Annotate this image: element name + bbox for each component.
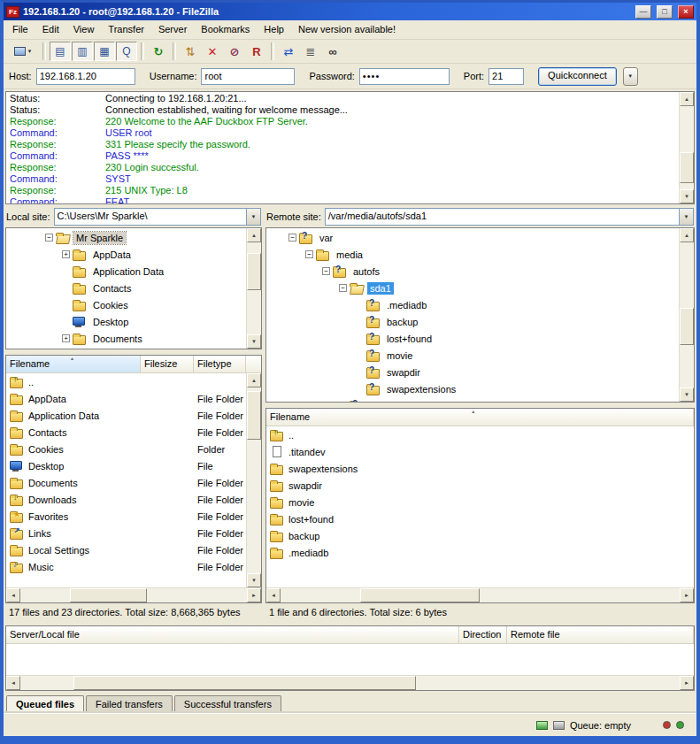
refresh-icon[interactable]: ↻ xyxy=(148,42,169,61)
port-input[interactable] xyxy=(488,68,524,85)
menu-item[interactable]: Transfer xyxy=(101,20,151,39)
chevron-down-icon[interactable]: ▼ xyxy=(246,209,260,225)
tree-expander[interactable] xyxy=(339,284,347,292)
tree-item[interactable]: movie xyxy=(266,347,679,364)
file-name-cell[interactable]: .. xyxy=(6,376,141,388)
file-name-cell[interactable]: Favorites xyxy=(6,510,141,523)
file-row[interactable]: lost+found xyxy=(266,510,694,527)
file-row[interactable]: Desktop File xyxy=(6,457,246,474)
tree-item[interactable]: swapextensions xyxy=(266,380,679,397)
tree-item[interactable]: var xyxy=(266,229,679,246)
tree-item[interactable]: .mediadb xyxy=(266,296,679,313)
file-row[interactable]: Links File Folder xyxy=(6,525,246,541)
scroll-up-icon[interactable]: ▲ xyxy=(247,228,261,242)
host-input[interactable] xyxy=(36,68,135,85)
scrollbar-thumb[interactable] xyxy=(247,391,261,440)
scrollbar-track[interactable] xyxy=(247,242,261,334)
directory-comparison-icon[interactable]: ⇄ xyxy=(278,42,299,61)
scrollbar-thumb[interactable] xyxy=(247,253,261,290)
tree-item[interactable]: backup xyxy=(266,313,679,330)
file-name-cell[interactable]: backup xyxy=(266,530,694,542)
file-row[interactable]: swapdir xyxy=(266,477,694,494)
file-row[interactable]: AppData File Folder xyxy=(6,390,246,407)
tree-item-label[interactable]: Cookies xyxy=(90,299,131,311)
local-list-hscrollbar[interactable]: ◄ ► xyxy=(6,587,261,602)
menu-item[interactable]: Help xyxy=(257,20,291,39)
column-header-filesize[interactable]: Filesize xyxy=(141,356,194,372)
scrollbar-thumb[interactable] xyxy=(70,588,147,602)
scroll-up-icon[interactable]: ▲ xyxy=(680,228,694,242)
remote-site-combobox[interactable]: /var/media/autofs/sda1 ▼ xyxy=(325,208,694,226)
scrollbar-thumb[interactable] xyxy=(360,588,480,602)
log-scrollbar[interactable]: ▲ ▼ xyxy=(679,92,694,203)
scroll-right-icon[interactable]: ► xyxy=(680,588,694,602)
scroll-up-icon[interactable]: ▲ xyxy=(680,92,694,106)
file-name-cell[interactable]: movie xyxy=(266,496,694,509)
tree-item[interactable]: lost+found xyxy=(266,330,679,347)
scroll-down-icon[interactable]: ▼ xyxy=(247,573,261,587)
tree-item-label[interactable]: dvd xyxy=(367,400,388,403)
tree-item[interactable]: Downloads xyxy=(6,347,246,349)
tree-item[interactable]: AppData xyxy=(6,246,246,263)
file-name-cell[interactable]: Links xyxy=(6,527,141,540)
toggle-queue-icon[interactable]: Q xyxy=(116,42,137,61)
speed-limits-icon[interactable] xyxy=(536,721,548,730)
file-name-cell[interactable]: lost+found xyxy=(266,513,694,525)
local-list-scrollbar[interactable]: ▲ ▼ xyxy=(246,373,261,587)
menu-item[interactable]: Bookmarks xyxy=(194,20,257,39)
minimize-button[interactable]: — xyxy=(635,5,651,19)
file-row[interactable]: Music File Folder xyxy=(6,558,246,575)
file-name-cell[interactable]: Desktop xyxy=(6,460,141,472)
maximize-button[interactable]: □ xyxy=(657,5,673,19)
file-row[interactable]: .titandev xyxy=(266,443,694,460)
tree-expander[interactable] xyxy=(62,250,70,258)
find-files-icon[interactable]: ∞ xyxy=(322,42,343,61)
titlebar[interactable]: Fz 192.168.1.20 - root@192.168.1.20 - Fi… xyxy=(4,3,696,20)
scrollbar-track[interactable] xyxy=(281,588,680,602)
queue-tab[interactable]: Queued files xyxy=(6,695,84,713)
encryption-status-icon[interactable] xyxy=(553,721,565,730)
toggle-message-log-icon[interactable]: ▤ xyxy=(50,42,71,61)
tree-item-label[interactable]: sda1 xyxy=(367,282,394,295)
file-name-cell[interactable]: swapdir xyxy=(266,479,694,492)
tree-item[interactable]: swapdir xyxy=(266,364,679,380)
scroll-right-icon[interactable]: ► xyxy=(680,676,694,690)
column-header-remote-file[interactable]: Remote file xyxy=(507,626,694,643)
menu-item[interactable]: New version available! xyxy=(291,20,403,39)
tree-item[interactable]: Mr Sparkle xyxy=(6,229,246,246)
file-row[interactable]: Downloads File Folder xyxy=(6,491,246,508)
scroll-down-icon[interactable]: ▼ xyxy=(680,189,694,203)
menu-item[interactable]: File xyxy=(5,20,35,39)
scrollbar-track[interactable] xyxy=(680,106,694,189)
file-row[interactable]: Favorites File Folder xyxy=(6,508,246,525)
scroll-right-icon[interactable]: ► xyxy=(247,588,261,602)
tree-item-label[interactable]: Downloads xyxy=(90,349,143,350)
menu-item[interactable]: Server xyxy=(151,20,194,39)
file-row[interactable]: .. xyxy=(6,373,246,390)
scrollbar-thumb[interactable] xyxy=(680,308,694,346)
site-manager-button[interactable]: ▼ xyxy=(7,42,39,61)
file-name-cell[interactable]: .mediadb xyxy=(266,547,694,559)
tree-item-label[interactable]: Mr Sparkle xyxy=(73,232,126,244)
scroll-down-icon[interactable]: ▼ xyxy=(247,334,261,349)
scroll-left-icon[interactable]: ◄ xyxy=(6,676,20,690)
scroll-left-icon[interactable]: ◄ xyxy=(6,588,20,602)
column-header-filename[interactable]: Filename ▲ xyxy=(6,356,141,372)
remote-list-hscrollbar[interactable]: ◄ ► xyxy=(266,587,694,602)
column-header-server-local-file[interactable]: Server/Local file xyxy=(6,626,459,643)
file-row[interactable]: swapextensions xyxy=(266,460,694,477)
tree-expander[interactable] xyxy=(288,234,296,242)
file-name-cell[interactable]: Downloads xyxy=(6,494,141,506)
scrollbar-thumb[interactable] xyxy=(680,152,694,184)
file-row[interactable]: Contacts File Folder xyxy=(6,424,246,441)
tree-item-label[interactable]: backup xyxy=(384,316,420,328)
tree-item-label[interactable]: swapextensions xyxy=(384,383,458,395)
tree-item-label[interactable]: AppData xyxy=(90,249,134,261)
tree-item-label[interactable]: Desktop xyxy=(90,316,131,328)
scrollbar-track[interactable] xyxy=(20,676,680,690)
tree-item[interactable]: Documents xyxy=(6,330,246,347)
tree-expander[interactable] xyxy=(45,234,53,242)
tree-item-label[interactable]: Application Data xyxy=(90,265,166,278)
scrollbar-thumb[interactable] xyxy=(73,676,416,690)
file-name-cell[interactable]: .titandev xyxy=(266,446,694,458)
